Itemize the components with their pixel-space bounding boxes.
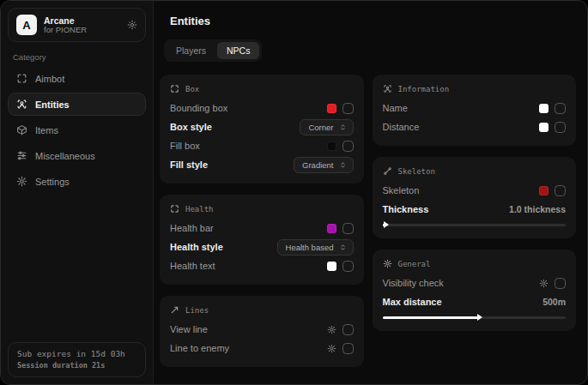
skeleton-card: Skeleton Skeleton Thickness 1.0 thicknes… (373, 157, 577, 238)
sidebar-nav: Aimbot Entities Items Miscellaneous (8, 67, 146, 193)
sub-expiry-text: Sub expires in 15d 03h (17, 348, 136, 360)
category-label: Category (13, 52, 141, 62)
setting-label: Distance (383, 122, 420, 132)
slider-thumb[interactable] (477, 314, 482, 321)
color-swatch[interactable] (539, 186, 549, 196)
slider-track (383, 224, 567, 226)
view-line-checkbox[interactable] (342, 324, 354, 335)
lines-card: Lines View line Line to enemy (160, 296, 364, 367)
chevron-up-down-icon (339, 161, 347, 169)
chevron-up-down-icon (339, 244, 347, 251)
fill-style-dropdown[interactable]: Gradient (294, 157, 353, 173)
bounding-box-checkbox[interactable] (342, 103, 354, 114)
slider-thumb[interactable] (384, 221, 389, 228)
app-window: A Arcane for PIONER Category Aimbot (0, 0, 588, 385)
crosshair-icon (16, 73, 27, 84)
sidebar-item-entities[interactable]: Entities (8, 93, 146, 116)
setting-label: Bounding box (170, 103, 227, 113)
tab-players[interactable]: Players (167, 42, 215, 59)
visibility-check-checkbox[interactable] (555, 278, 566, 289)
setting-label: Skeleton (383, 185, 420, 196)
dropdown-value: Health based (286, 243, 334, 252)
gear-icon[interactable] (127, 20, 137, 30)
setting-label: Health text (170, 261, 215, 271)
box-card: Box Bounding box Box style Corner (160, 75, 364, 183)
health-card-header: Health (170, 204, 354, 214)
health-bar-checkbox[interactable] (342, 223, 354, 234)
chevron-up-down-icon (339, 123, 347, 131)
sidebar-item-aimbot[interactable]: Aimbot (8, 67, 146, 90)
slider-fill (383, 316, 478, 319)
setting-row: Distance (383, 117, 567, 136)
general-card-header: General (383, 259, 567, 268)
color-swatch[interactable] (539, 123, 549, 132)
sidebar-item-settings[interactable]: Settings (8, 170, 146, 193)
cube-icon (16, 124, 27, 135)
skeleton-checkbox[interactable] (555, 185, 566, 196)
skeleton-card-header: Skeleton (383, 166, 567, 176)
color-swatch[interactable] (539, 104, 549, 113)
card-title: Information (398, 85, 450, 93)
dropdown-value: Corner (308, 123, 333, 132)
sidebar-item-label: Entities (35, 99, 70, 110)
thickness-slider[interactable] (383, 220, 567, 229)
color-swatch[interactable] (327, 224, 336, 233)
sidebar-item-label: Miscellaneous (35, 151, 95, 161)
setting-row: Fill style Gradient (170, 155, 354, 174)
brand-text: Arcane for PIONER (44, 15, 120, 35)
box-card-header: Box (170, 84, 354, 93)
setting-label: Name (383, 103, 408, 113)
session-card: Sub expires in 15d 03h Session duration … (8, 342, 146, 377)
person-scan-icon (383, 84, 392, 93)
sidebar-item-miscellaneous[interactable]: Miscellaneous (8, 144, 146, 167)
distance-checkbox[interactable] (555, 122, 566, 133)
health-card: Health Health bar Health style Health ba… (160, 195, 364, 285)
gear-icon (383, 259, 392, 268)
setting-label: Thickness (383, 204, 429, 214)
card-title: General (398, 260, 431, 268)
setting-label: Fill style (170, 159, 208, 170)
setting-row: Fill box (170, 136, 354, 155)
session-duration-text: Session duration 21s (17, 360, 136, 371)
setting-row: Box style Corner (170, 117, 354, 136)
max-distance-value: 500m (543, 297, 566, 307)
setting-row: Name (383, 99, 567, 117)
app-name: Arcane (44, 15, 120, 26)
brand-card: A Arcane for PIONER (8, 8, 146, 42)
sidebar-item-items[interactable]: Items (8, 118, 146, 141)
sidebar-item-label: Settings (35, 177, 70, 187)
max-distance-slider[interactable] (383, 313, 567, 322)
color-swatch[interactable] (327, 104, 336, 113)
entity-type-tabs: Players NPCs (164, 39, 262, 62)
setting-label: Visibility check (383, 278, 444, 288)
setting-row: Visibility check (383, 274, 567, 292)
lines-card-header: Lines (170, 305, 354, 315)
gear-icon[interactable] (539, 279, 549, 288)
health-style-dropdown[interactable]: Health based (277, 239, 354, 256)
fill-box-checkbox[interactable] (342, 141, 354, 152)
bone-icon (383, 166, 392, 176)
box-style-dropdown[interactable]: Corner (300, 119, 353, 135)
health-text-checkbox[interactable] (342, 261, 354, 272)
color-swatch[interactable] (327, 262, 336, 271)
setting-row: Skeleton (383, 181, 567, 200)
gear-icon[interactable] (327, 344, 336, 353)
tab-npcs[interactable]: NPCs (217, 42, 259, 59)
main-panel: Entities Players NPCs Box Bounding box (154, 1, 587, 384)
setting-label: Health style (170, 242, 223, 252)
color-swatch[interactable] (327, 141, 336, 151)
gear-icon (16, 176, 27, 187)
sidebar: A Arcane for PIONER Category Aimbot (1, 1, 154, 384)
sidebar-item-label: Items (35, 125, 58, 135)
setting-label: Line to enemy (170, 343, 229, 353)
gear-icon[interactable] (327, 325, 336, 334)
card-title: Health (185, 205, 214, 214)
dropdown-value: Gradient (302, 160, 333, 170)
line-to-enemy-checkbox[interactable] (342, 343, 354, 354)
sliders-icon (16, 150, 27, 161)
information-card-header: Information (383, 84, 567, 93)
setting-row: Line to enemy (170, 339, 354, 358)
card-title: Skeleton (398, 167, 435, 176)
name-checkbox[interactable] (555, 103, 566, 114)
setting-row: Max distance 500m (383, 292, 567, 311)
